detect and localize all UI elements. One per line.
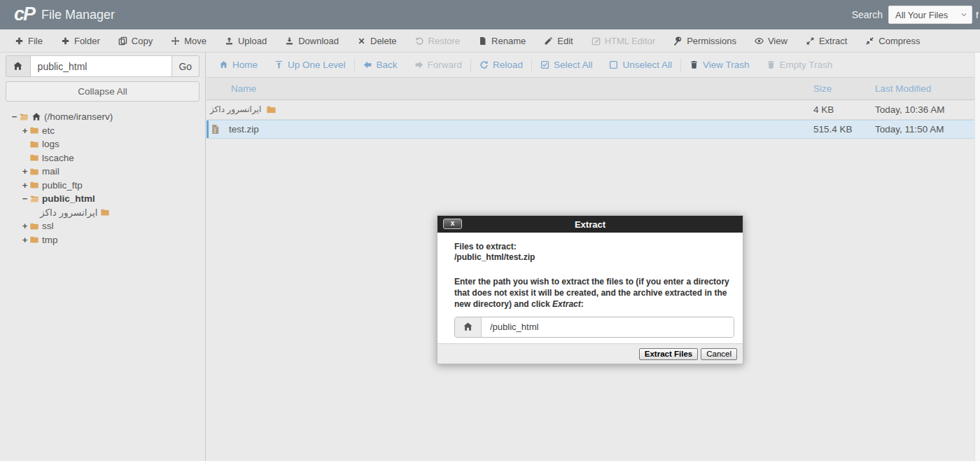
nav-item-label: Select All <box>554 60 593 70</box>
forward-arrow-icon <box>414 60 424 69</box>
extract-path-input[interactable] <box>482 317 734 337</box>
toolbar-item-label: View <box>768 36 788 46</box>
folder-icon <box>29 221 39 231</box>
column-last-modified[interactable]: Last Modified <box>875 83 974 94</box>
file-name: test.zip <box>229 124 259 135</box>
tree-item-public-ftp[interactable]: +public_ftp <box>0 179 205 193</box>
toolbar-item-compress[interactable]: Compress <box>856 29 929 52</box>
toolbar-item-label: Compress <box>878 36 920 46</box>
go-button[interactable]: Go <box>172 55 200 77</box>
toolbar-item-label: Copy <box>132 36 153 46</box>
expand-icon[interactable]: + <box>20 180 29 191</box>
toolbar-item-extract[interactable]: Extract <box>797 29 856 52</box>
toolbar-item-rename[interactable]: Rename <box>469 29 535 52</box>
toolbar-item-label: Move <box>184 36 206 46</box>
toolbar-item-label: Permissions <box>687 36 736 46</box>
scrollbar[interactable] <box>974 53 980 461</box>
path-input[interactable] <box>31 55 172 77</box>
cancel-button[interactable]: Cancel <box>701 348 737 360</box>
restore-icon <box>415 36 424 46</box>
toolbar-item-move[interactable]: Move <box>162 29 216 52</box>
column-name[interactable]: Name <box>206 83 813 94</box>
toolbar-item-permissions[interactable]: Permissions <box>664 29 746 52</box>
file-list: ايرانسرور داكز4 KBToday, 10:36 AMtest.zi… <box>206 100 980 139</box>
nav-item-up-one-level[interactable]: Up One Level <box>266 53 354 77</box>
toolbar-item-label: Upload <box>238 36 267 46</box>
collapse-icon[interactable]: − <box>20 193 29 204</box>
page-title: File Manager <box>41 8 115 22</box>
file-last-modified: Today, 11:50 AM <box>875 124 974 135</box>
nav-item-label: Forward <box>428 60 463 70</box>
nav-item-label: Empty Trash <box>780 60 833 70</box>
file-row-rtl-folder[interactable]: ايرانسرور داكز4 KBToday, 10:36 AM <box>206 100 980 120</box>
nav-item-home[interactable]: Home <box>211 53 266 77</box>
tree-item-label: ssl <box>42 221 54 231</box>
tree-item--home-iranserv-[interactable]: −(/home/iranserv) <box>0 110 205 124</box>
toolbar-item-copy[interactable]: Copy <box>109 29 162 52</box>
nav-item-select-all[interactable]: Select All <box>532 53 601 77</box>
zip-file-icon <box>210 124 220 135</box>
extract-files-button[interactable]: Extract Files <box>639 348 698 360</box>
folder-icon <box>29 180 39 190</box>
tree-item-logs[interactable]: logs <box>0 137 205 151</box>
home-icon <box>31 112 41 122</box>
app-header: cP File Manager Search All Your Files f <box>0 0 980 29</box>
file-actions-toolbar: FileFolderCopyMoveUploadDownloadDeleteRe… <box>0 29 980 53</box>
open-folder-icon <box>19 112 29 122</box>
open-folder-icon <box>29 194 39 204</box>
toolbar-item-restore: Restore <box>406 29 470 52</box>
cpanel-logo-icon: cP <box>14 4 34 25</box>
toolbar-item-label: Extract <box>819 36 847 46</box>
file-last-modified: Today, 10:36 AM <box>875 104 974 115</box>
extract-dialog-title: Extract <box>575 219 606 230</box>
expand-icon[interactable]: + <box>20 125 29 136</box>
toolbar-item-label: Download <box>298 36 339 46</box>
up-one-level-icon <box>274 60 284 69</box>
home-icon[interactable] <box>6 55 31 77</box>
tree-item-public-html[interactable]: −public_html <box>0 192 205 206</box>
delete-x-icon <box>357 36 366 46</box>
file-row-test-zip[interactable]: test.zip515.4 KBToday, 11:50 AM <box>206 120 980 139</box>
collapse-all-button[interactable]: Collapse All <box>6 81 200 102</box>
toolbar-item-folder[interactable]: Folder <box>52 29 109 52</box>
files-to-extract-value: /public_html/test.zip <box>454 252 726 263</box>
column-size[interactable]: Size <box>813 83 875 94</box>
navigation-toolbar: HomeUp One LevelBackForwardReloadSelect … <box>206 53 980 78</box>
toolbar-item-label: HTML Editor <box>605 36 655 46</box>
nav-item-back[interactable]: Back <box>355 53 406 77</box>
key-icon <box>673 36 682 46</box>
toolbar-item-upload[interactable]: Upload <box>216 29 276 52</box>
trash-icon <box>690 60 699 69</box>
nav-item-unselect-all[interactable]: Unselect All <box>601 53 680 77</box>
tree-item-rtl-folder[interactable]: ايرانسرور داكز <box>0 206 205 220</box>
toolbar-item-edit[interactable]: Edit <box>535 29 582 52</box>
toolbar-item-html-editor: HTML Editor <box>582 29 664 52</box>
nav-item-label: View Trash <box>703 60 750 70</box>
folder-icon <box>29 235 39 245</box>
back-arrow-icon <box>363 60 372 69</box>
home-icon <box>219 60 228 69</box>
nav-item-reload[interactable]: Reload <box>471 53 531 77</box>
tree-item-ssl[interactable]: +ssl <box>0 219 205 233</box>
files-to-extract-label: Files to extract: <box>454 242 726 252</box>
toolbar-item-download[interactable]: Download <box>276 29 348 52</box>
toolbar-item-view[interactable]: View <box>746 29 797 52</box>
plus-icon <box>61 36 70 46</box>
tree-item-mail[interactable]: +mail <box>0 165 205 179</box>
unselect-all-icon <box>609 60 618 69</box>
toolbar-item-delete[interactable]: Delete <box>348 29 406 52</box>
expand-icon[interactable]: + <box>20 221 29 231</box>
collapse-icon[interactable]: − <box>10 111 19 122</box>
tree-item-label: lscache <box>42 153 74 163</box>
close-icon[interactable]: x <box>443 219 462 229</box>
search-filter-dropdown[interactable]: All Your Files <box>888 6 972 24</box>
tree-item-etc[interactable]: +etc <box>0 124 205 138</box>
nav-item-view-trash[interactable]: View Trash <box>681 53 758 77</box>
tree-item-tmp[interactable]: +tmp <box>0 233 205 247</box>
expand-icon[interactable]: + <box>20 235 29 245</box>
nav-item-label: Unselect All <box>622 60 672 70</box>
tree-item-lscache[interactable]: lscache <box>0 151 205 165</box>
tree-item-label: mail <box>42 166 59 177</box>
toolbar-item-file[interactable]: File <box>6 29 52 52</box>
expand-icon[interactable]: + <box>20 166 29 177</box>
